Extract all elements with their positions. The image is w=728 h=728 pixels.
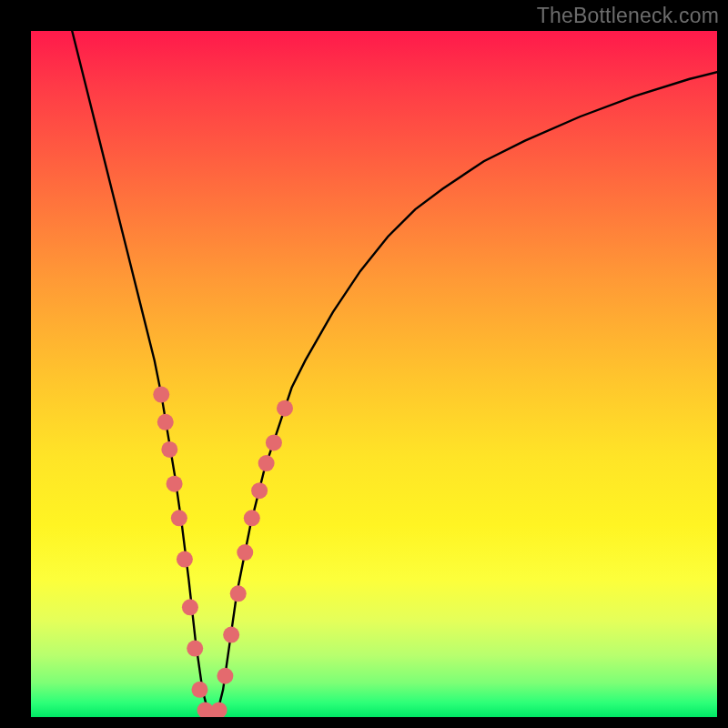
data-marker: [223, 627, 239, 643]
data-marker: [153, 387, 169, 403]
data-marker: [157, 414, 174, 430]
chart-frame: TheBottleneck.com: [0, 0, 728, 728]
data-marker: [161, 441, 177, 458]
data-marker: [211, 702, 228, 717]
data-marker: [182, 599, 198, 615]
data-marker: [251, 482, 268, 499]
data-marker: [171, 510, 187, 526]
data-marker: [187, 641, 203, 657]
data-marker: [277, 400, 293, 417]
data-marker: [230, 585, 247, 602]
data-marker: [258, 455, 275, 471]
watermark-text: TheBottleneck.com: [537, 4, 719, 28]
data-marker: [244, 510, 260, 526]
data-marker: [217, 668, 233, 684]
chart-overlay: [31, 31, 717, 717]
plot-area: [31, 31, 717, 717]
data-markers: [153, 387, 293, 717]
data-marker: [266, 434, 282, 450]
bottleneck-curve: [72, 31, 717, 717]
data-marker: [177, 551, 193, 568]
data-marker: [237, 544, 253, 561]
data-marker: [191, 682, 207, 698]
data-marker: [167, 476, 183, 492]
